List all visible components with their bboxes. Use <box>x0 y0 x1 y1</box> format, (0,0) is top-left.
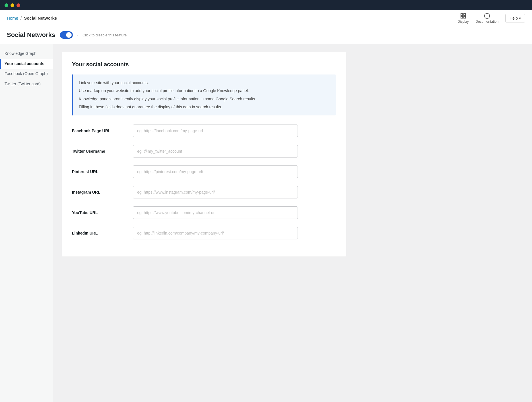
form-label-instagram-url: Instagram URL <box>72 190 126 194</box>
content-card: Your social accounts Link your site with… <box>62 52 346 256</box>
documentation-icon <box>484 13 490 19</box>
sidebar-item-knowledge-graph[interactable]: Knowledge Graph <box>0 49 53 59</box>
input-pinterest-url[interactable] <box>133 165 298 178</box>
documentation-action[interactable]: Documentation <box>475 13 498 24</box>
form-label-linkedin-url: LinkedIn URL <box>72 231 126 235</box>
form-label-facebook-url: Facebook Page URL <box>72 129 126 133</box>
input-youtube-url[interactable] <box>133 206 298 219</box>
help-label: Help <box>510 16 518 20</box>
form-row-instagram-url: Instagram URL <box>72 186 336 198</box>
toggle-hint-arrow-icon: ← <box>76 32 81 38</box>
sidebar-item-your-social-accounts[interactable]: Your social accounts <box>0 59 53 69</box>
input-linkedin-url[interactable] <box>133 227 298 239</box>
form-row-twitter-username: Twitter Username <box>72 145 336 158</box>
sidebar: Knowledge GraphYour social accountsFaceb… <box>0 44 53 402</box>
help-chevron-icon: ▾ <box>519 16 521 20</box>
breadcrumb: Home / Social Networks <box>7 16 57 20</box>
display-action[interactable]: Display <box>457 13 469 24</box>
breadcrumb-current: Social Networks <box>24 16 57 20</box>
form-row-pinterest-url: Pinterest URL <box>72 165 336 178</box>
toggle-knob <box>66 32 72 38</box>
toggle-wrap: ← Click to disable this feature <box>60 31 127 39</box>
sidebar-item-twitter-card[interactable]: Twitter (Twitter card) <box>0 79 53 89</box>
header-actions: Display Documentation Help ▾ <box>457 13 525 24</box>
info-line: Filling in these fields does not guarant… <box>79 104 330 110</box>
sidebar-item-facebook-open-graph[interactable]: Facebook (Open Graph) <box>0 69 53 79</box>
help-button[interactable]: Help ▾ <box>505 14 525 22</box>
header: Home / Social Networks Display Documenta… <box>0 10 532 26</box>
input-instagram-url[interactable] <box>133 186 298 198</box>
svg-rect-3 <box>464 16 465 18</box>
form-row-facebook-url: Facebook Page URL <box>72 125 336 137</box>
display-icon <box>460 13 466 19</box>
layout: Knowledge GraphYour social accountsFaceb… <box>0 44 532 402</box>
titlebar <box>0 0 532 10</box>
documentation-label: Documentation <box>475 20 498 24</box>
form-label-pinterest-url: Pinterest URL <box>72 169 126 174</box>
form-label-twitter-username: Twitter Username <box>72 149 126 154</box>
info-line: Knowledge panels prominently display you… <box>79 96 330 102</box>
form-row-linkedin-url: LinkedIn URL <box>72 227 336 239</box>
toggle-hint-text: Click to disable this feature <box>83 33 127 37</box>
toggle-hint: ← Click to disable this feature <box>76 32 127 38</box>
titlebar-dot-red[interactable] <box>17 3 20 7</box>
display-label: Display <box>457 20 469 24</box>
form-label-youtube-url: YouTube URL <box>72 210 126 215</box>
info-line: Use markup on your website to add your s… <box>79 88 330 94</box>
section-title: Your social accounts <box>72 61 336 68</box>
svg-rect-0 <box>461 13 463 15</box>
input-twitter-username[interactable] <box>133 145 298 158</box>
titlebar-dot-green[interactable] <box>5 3 8 7</box>
page-title: Social Networks <box>7 31 55 39</box>
page-header: Social Networks ← Click to disable this … <box>0 26 532 44</box>
breadcrumb-home[interactable]: Home <box>7 16 18 20</box>
breadcrumb-separator: / <box>20 16 22 20</box>
info-box: Link your site with your social accounts… <box>72 74 336 115</box>
info-line: Link your site with your social accounts… <box>79 80 330 86</box>
form-row-youtube-url: YouTube URL <box>72 206 336 219</box>
svg-rect-1 <box>464 13 465 15</box>
titlebar-dot-yellow[interactable] <box>11 3 14 7</box>
svg-rect-2 <box>461 16 463 18</box>
main-content: Your social accounts Link your site with… <box>53 44 532 402</box>
input-facebook-url[interactable] <box>133 125 298 137</box>
feature-toggle[interactable] <box>60 31 73 39</box>
